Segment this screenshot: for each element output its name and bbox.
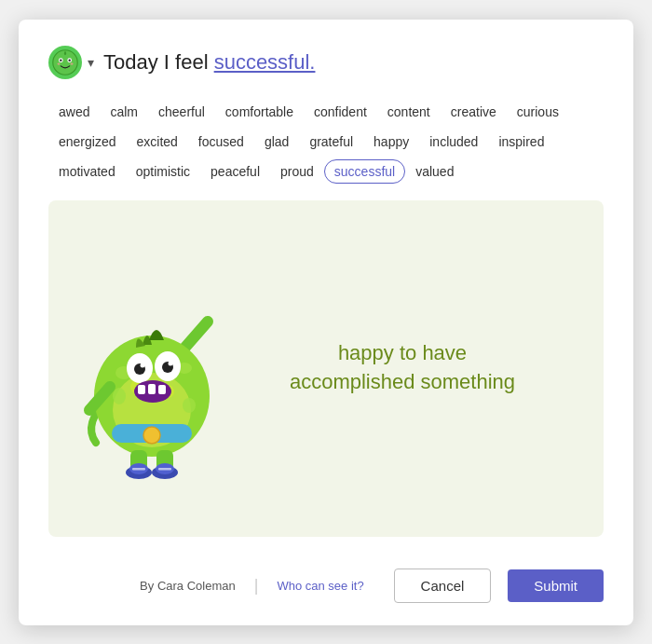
- mood-word-comfortable[interactable]: comfortable: [215, 100, 304, 124]
- mood-monster: [63, 275, 231, 461]
- who-can-see-link[interactable]: Who can see it?: [277, 579, 363, 593]
- mood-word-valued[interactable]: valued: [405, 159, 464, 184]
- mood-word-creative[interactable]: creative: [441, 100, 507, 124]
- svg-point-6: [70, 62, 73, 64]
- svg-point-14: [113, 388, 126, 404]
- svg-rect-27: [158, 385, 166, 394]
- mood-modal: ▾ Today I feel successful. awedcalmcheer…: [19, 20, 633, 625]
- footer-divider: |: [254, 576, 259, 596]
- mood-word-optimistic[interactable]: optimistic: [126, 159, 200, 184]
- mood-word-glad[interactable]: glad: [254, 130, 299, 154]
- mood-word-list: awedcalmcheerfulcomfortableconfidentcont…: [48, 100, 604, 184]
- mood-word-energized[interactable]: energized: [48, 130, 127, 154]
- mood-word-excited[interactable]: excited: [127, 130, 188, 154]
- mood-word-included[interactable]: included: [419, 130, 488, 154]
- page-title: Today I feel successful.: [103, 50, 315, 75]
- mood-word-inspired[interactable]: inspired: [488, 130, 554, 154]
- mood-word-grateful[interactable]: grateful: [299, 130, 363, 154]
- mood-word-motivated[interactable]: motivated: [48, 159, 126, 184]
- svg-point-15: [183, 398, 196, 413]
- modal-header: ▾ Today I feel successful.: [48, 46, 604, 79]
- mood-word-content[interactable]: content: [377, 100, 441, 124]
- mood-word-confident[interactable]: confident: [304, 100, 377, 124]
- submit-button[interactable]: Submit: [508, 569, 604, 602]
- svg-point-4: [69, 59, 71, 61]
- mood-word-proud[interactable]: proud: [270, 159, 324, 184]
- mood-word-happy[interactable]: happy: [363, 130, 419, 154]
- svg-rect-33: [132, 468, 145, 471]
- title-prefix: Today I feel: [103, 50, 214, 74]
- mood-word-curious[interactable]: curious: [507, 100, 569, 124]
- svg-rect-26: [148, 384, 156, 394]
- by-user-label: By Cara Coleman: [140, 579, 236, 593]
- cancel-button[interactable]: Cancel: [394, 569, 492, 603]
- footer-right: By Cara Coleman | Who can see it? Cancel…: [140, 569, 604, 603]
- svg-point-22: [141, 363, 145, 368]
- svg-rect-36: [158, 468, 171, 471]
- mood-word-calm[interactable]: calm: [100, 100, 148, 124]
- title-feeling: successful.: [214, 50, 316, 74]
- mood-word-successful[interactable]: successful: [324, 159, 405, 184]
- mood-word-awed[interactable]: awed: [48, 100, 100, 124]
- avatar: [48, 46, 82, 79]
- svg-rect-25: [138, 385, 145, 394]
- footer-actions: By Cara Coleman | Who can see it? Cancel…: [48, 569, 604, 603]
- svg-point-3: [60, 59, 61, 61]
- mood-description: happy to have accomplished something: [290, 339, 515, 397]
- illustration-panel: happy to have accomplished something: [48, 200, 604, 537]
- svg-point-5: [57, 62, 60, 64]
- svg-point-11: [143, 427, 160, 444]
- dropdown-chevron[interactable]: ▾: [88, 55, 94, 70]
- mood-word-cheerful[interactable]: cheerful: [148, 100, 215, 124]
- mood-word-peaceful[interactable]: peaceful: [200, 159, 270, 184]
- svg-point-23: [169, 362, 173, 366]
- mood-word-focused[interactable]: focused: [188, 130, 254, 154]
